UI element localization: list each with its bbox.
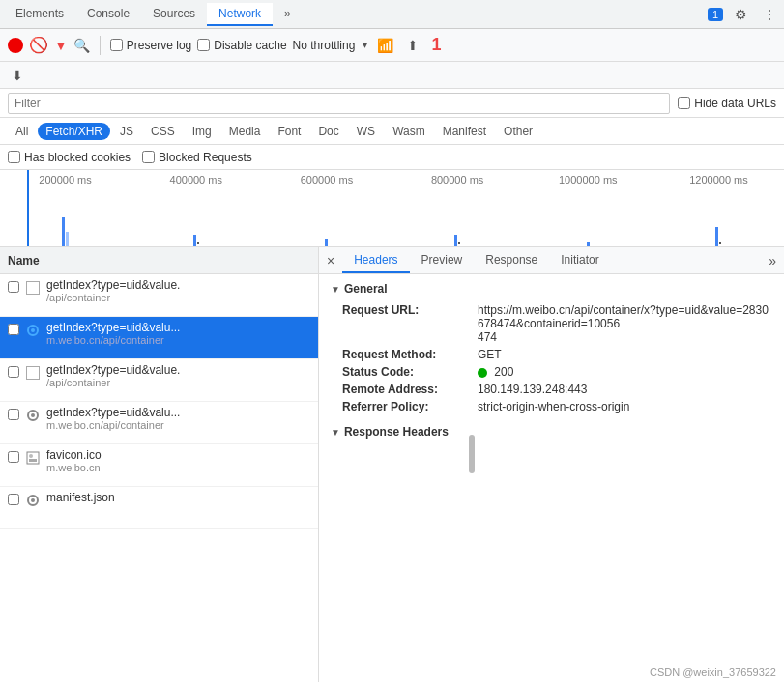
timeline-dot-1 [197, 242, 199, 244]
type-tab-ws[interactable]: WS [349, 123, 383, 140]
filter-input[interactable] [8, 93, 670, 114]
red-one-badge: 1 [432, 35, 442, 55]
general-section-header[interactable]: ▼ General [331, 282, 772, 296]
tab-sources[interactable]: Sources [141, 3, 207, 26]
svg-point-8 [31, 498, 35, 502]
svg-point-1 [31, 328, 35, 332]
hide-data-urls-checkbox[interactable] [678, 97, 690, 109]
blocked-cookies-checkbox[interactable] [8, 151, 20, 163]
request-icon-3 [25, 408, 41, 423]
tab-console[interactable]: Console [75, 3, 141, 26]
request-checkbox-3[interactable] [8, 409, 19, 420]
type-tab-css[interactable]: CSS [143, 123, 183, 140]
request-item-1[interactable]: getIndex?type=uid&valu... m.weibo.cn/api… [0, 317, 318, 359]
search-icon[interactable]: 🔍 [73, 38, 90, 53]
name-column-header: Name [8, 254, 40, 268]
disable-cache-checkbox[interactable] [197, 39, 210, 51]
blocked-requests-label[interactable]: Blocked Requests [142, 151, 252, 164]
wifi-icon[interactable]: 📶 [373, 36, 397, 55]
toolbar2: ⬇ [0, 62, 784, 89]
general-triangle-icon: ▼ [331, 284, 340, 295]
timeline-indicator [27, 170, 29, 246]
response-headers-section: ▼ Response Headers [331, 425, 772, 439]
request-checkbox-5[interactable] [8, 494, 19, 505]
request-title-3: getIndex?type=uid&valu... [46, 406, 310, 419]
timeline-label-2: 600000 ms [261, 174, 392, 185]
right-content: ▼ General Request URL: https://m.weibo.c… [319, 274, 784, 682]
type-tab-wasm[interactable]: Wasm [385, 123, 433, 140]
request-method-key: Request Method: [342, 348, 478, 361]
response-headers-triangle-icon: ▼ [331, 427, 340, 438]
request-subtitle-0: /api/container [46, 292, 310, 303]
request-icon-0 [25, 280, 41, 296]
status-code-row: Status Code: 200 [331, 365, 772, 379]
type-tab-media[interactable]: Media [221, 123, 269, 140]
request-item-3[interactable]: getIndex?type=uid&valu... m.weibo.cn/api… [0, 402, 318, 444]
tab-network[interactable]: Network [207, 3, 273, 26]
request-item-5[interactable]: manifest.json [0, 487, 318, 529]
tab-more[interactable]: » [273, 3, 303, 26]
right-tab-initiator[interactable]: Initiator [549, 247, 610, 273]
right-panel: × Headers Preview Response Initiator » ▼ [319, 247, 784, 682]
tab-bar: Elements Console Sources Network » 1 ⚙ ⋮ [0, 0, 784, 29]
type-tab-all[interactable]: All [8, 123, 36, 140]
blocked-bar: Has blocked cookies Blocked Requests [0, 145, 784, 170]
type-tab-js[interactable]: JS [112, 123, 141, 140]
preserve-log-checkbox[interactable] [110, 39, 123, 51]
right-tab-response[interactable]: Response [474, 247, 549, 273]
referrer-policy-key: Referrer Policy: [342, 400, 478, 413]
devtools-badge[interactable]: 1 [708, 8, 723, 21]
request-checkbox-1[interactable] [8, 324, 19, 335]
type-tab-manifest[interactable]: Manifest [435, 123, 494, 140]
svg-rect-4 [27, 452, 39, 464]
type-tab-fetch-xhr[interactable]: Fetch/XHR [38, 123, 110, 140]
request-checkbox-0[interactable] [8, 281, 19, 293]
upload-icon[interactable]: ⬆ [403, 36, 422, 55]
disable-cache-label[interactable]: Disable cache [197, 39, 286, 52]
request-item-0[interactable]: getIndex?type=uid&value. /api/container [0, 274, 318, 317]
close-panel-button[interactable]: × [319, 247, 342, 273]
request-url-row: Request URL: https://m.weibo.cn/api/cont… [331, 303, 772, 344]
timeline-col-4 [523, 189, 653, 246]
request-checkbox-4[interactable] [8, 451, 19, 463]
request-text-5: manifest.json [46, 491, 310, 504]
request-text-1: getIndex?type=uid&valu... m.weibo.cn/api… [46, 321, 310, 346]
download-icon[interactable]: ⬇ [8, 66, 27, 85]
response-headers-header[interactable]: ▼ Response Headers [331, 425, 772, 439]
request-title-2: getIndex?type=uid&value. [46, 363, 310, 377]
timeline-bar-1a [193, 235, 196, 246]
watermark: CSDN @weixin_37659322 [650, 667, 776, 678]
hide-data-urls-label[interactable]: Hide data URLs [678, 97, 776, 110]
request-item-4[interactable]: favicon.ico m.weibo.cn [0, 444, 318, 487]
request-title-0: getIndex?type=uid&value. [46, 278, 310, 292]
timeline-dot-3 [458, 242, 460, 244]
settings-icon[interactable]: ⚙ [731, 5, 751, 24]
right-tab-headers[interactable]: Headers [342, 247, 409, 273]
request-checkbox-2[interactable] [8, 366, 19, 378]
stop-button[interactable]: 🚫 [29, 36, 48, 54]
blocked-requests-checkbox[interactable] [142, 151, 155, 163]
record-button[interactable] [8, 38, 23, 53]
type-tab-other[interactable]: Other [496, 123, 540, 140]
preserve-log-label[interactable]: Preserve log [110, 39, 191, 52]
gear-icon-blue [26, 324, 40, 337]
tab-elements[interactable]: Elements [4, 3, 75, 26]
main-toolbar: 🚫 ▼ 🔍 Preserve log Disable cache No thro… [0, 29, 784, 62]
more-icon[interactable]: ⋮ [759, 5, 780, 24]
type-tab-img[interactable]: Img [185, 123, 219, 140]
request-item-2[interactable]: getIndex?type=uid&value. /api/container [0, 359, 318, 402]
status-code-key: Status Code: [342, 365, 478, 379]
remote-address-val: 180.149.139.248:443 [478, 383, 587, 396]
timeline-label-4: 1000000 ms [523, 174, 653, 185]
request-method-row: Request Method: GET [331, 348, 772, 361]
timeline: 200000 ms 400000 ms 600000 ms 800000 ms … [0, 170, 784, 247]
filter-icon[interactable]: ▼ [54, 38, 68, 53]
remote-address-row: Remote Address: 180.149.139.248:443 [331, 383, 772, 396]
right-tabs-more[interactable]: » [761, 253, 784, 269]
type-tab-font[interactable]: Font [270, 123, 308, 140]
throttle-select[interactable]: No throttling [293, 39, 367, 52]
blocked-cookies-label[interactable]: Has blocked cookies [8, 151, 131, 164]
type-tab-doc[interactable]: Doc [310, 123, 346, 140]
timeline-bar-0b [66, 232, 69, 246]
right-tab-preview[interactable]: Preview [410, 247, 475, 273]
